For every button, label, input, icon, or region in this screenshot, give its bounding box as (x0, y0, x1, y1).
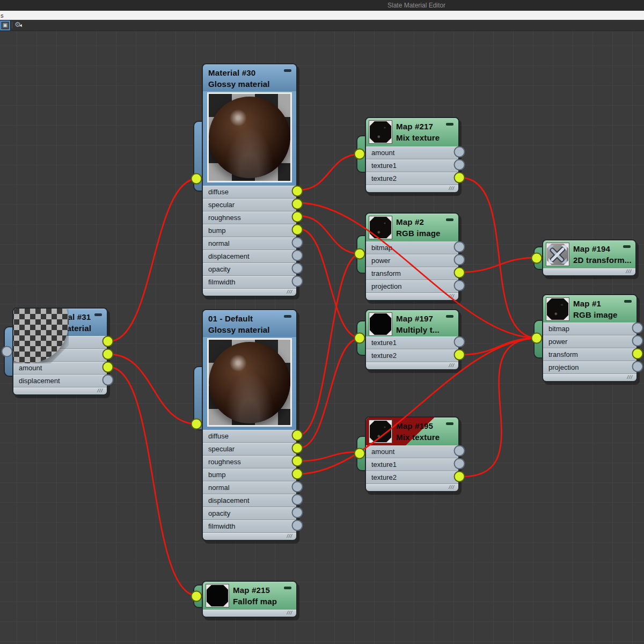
input-socket-map-1-power[interactable] (633, 336, 643, 346)
input-socket-material-31-material1[interactable] (103, 336, 113, 347)
input-socket-material-01-default-roughness[interactable] (292, 456, 303, 466)
input-socket-map-1-bitmap[interactable] (633, 323, 643, 333)
input-socket-material-01-default-specular[interactable] (292, 443, 303, 453)
node-material-01-default[interactable]: 01 - DefaultGlossy materialdiffusespecul… (202, 309, 297, 541)
menu-item-fragment[interactable]: s (1, 12, 4, 19)
input-socket-map-2-projection[interactable] (455, 281, 465, 291)
minimize-icon[interactable] (623, 245, 631, 248)
input-socket-map-1-projection[interactable] (633, 362, 643, 372)
input-socket-map-195-amount[interactable] (455, 446, 465, 456)
node-header[interactable]: Map #217Mix texture (366, 118, 458, 147)
input-socket-material-01-default-opacity[interactable] (292, 508, 303, 518)
input-socket-map-195-texture1[interactable] (455, 459, 465, 469)
node-subtitle: RGB image (396, 228, 458, 239)
output-socket-map-215[interactable] (192, 591, 202, 602)
slot-row-bitmap: bitmap (366, 241, 458, 254)
input-socket-material-31-displacement[interactable] (103, 375, 113, 385)
node-header[interactable]: Material #30Glossy material (203, 64, 296, 91)
input-socket-map-195-texture2[interactable] (455, 472, 465, 482)
input-socket-material-01-default-bump[interactable] (292, 469, 303, 479)
resize-grip[interactable]: /// (366, 484, 458, 491)
node-map-195[interactable]: Map #195Mix textureamounttexture1texture… (365, 416, 459, 492)
node-header[interactable]: Map #1RGB image (543, 295, 636, 323)
resize-grip[interactable]: /// (203, 289, 296, 296)
input-socket-material-30-diffuse[interactable] (292, 186, 303, 196)
input-socket-material-30-roughness[interactable] (292, 212, 303, 222)
node-canvas[interactable]: Material #31Mix materialmaterial1materia… (0, 31, 644, 644)
resize-grip[interactable]: /// (366, 362, 458, 369)
node-header[interactable]: Map #1942D transform... (543, 240, 635, 268)
node-map-1[interactable]: Map #1RGB imagebitmappowertransformproje… (542, 294, 638, 382)
slot-label: diffuse (208, 188, 229, 196)
minimize-icon[interactable] (446, 315, 453, 318)
output-socket-map-194[interactable] (532, 253, 542, 264)
output-socket-map-197[interactable] (355, 333, 365, 343)
node-header[interactable]: Map #215Falloff map (203, 582, 296, 610)
input-socket-material-30-opacity[interactable] (292, 264, 303, 274)
resize-grip[interactable]: /// (203, 533, 296, 540)
input-socket-material-01-default-normal[interactable] (292, 482, 303, 492)
input-socket-material-01-default-filmwidth[interactable] (292, 521, 303, 531)
slot-row-displacement: displacement (203, 250, 296, 263)
node-material-30[interactable]: Material #30Glossy materialdiffusespecul… (202, 63, 297, 297)
output-socket-map-1[interactable] (532, 333, 542, 343)
minimize-icon[interactable] (284, 69, 291, 72)
input-socket-material-01-default-diffuse[interactable] (292, 430, 303, 441)
output-socket-map-2[interactable] (355, 249, 365, 259)
resize-grip[interactable]: /// (543, 374, 636, 381)
node-map-194[interactable]: Map #1942D transform.../// (542, 239, 636, 276)
input-socket-map-217-texture1[interactable] (455, 160, 465, 170)
node-map-215[interactable]: Map #215Falloff map/// (202, 581, 297, 618)
output-socket-material-01-default[interactable] (192, 419, 202, 429)
minimize-icon[interactable] (446, 218, 453, 221)
node-header[interactable]: 01 - DefaultGlossy material (203, 310, 296, 337)
node-header[interactable]: Map #197Multiply t... (366, 310, 458, 336)
input-socket-material-30-displacement[interactable] (292, 251, 303, 261)
input-socket-material-30-normal[interactable] (292, 238, 303, 248)
node-header[interactable]: Map #2RGB image (366, 214, 458, 241)
window-titlebar: Slate Material Editor (0, 0, 644, 11)
resize-grip[interactable]: /// (366, 293, 458, 300)
node-header[interactable]: Material #31Mix material (13, 309, 107, 336)
node-map-217[interactable]: Map #217Mix textureamounttexture1texture… (365, 117, 459, 193)
resize-grip[interactable]: /// (366, 185, 458, 192)
slot-label: specular (208, 201, 235, 209)
minimize-icon[interactable] (446, 123, 453, 126)
minimize-icon[interactable] (446, 422, 453, 425)
input-socket-material-30-bump[interactable] (292, 225, 303, 235)
minimize-icon[interactable] (94, 313, 102, 316)
input-socket-map-197-texture2[interactable] (455, 350, 465, 360)
input-socket-map-2-transform[interactable] (455, 268, 465, 278)
node-header[interactable]: Map #195Mix texture (366, 418, 458, 445)
node-map-197[interactable]: Map #197Multiply t...texture1texture2/// (365, 309, 459, 370)
input-socket-map-2-bitmap[interactable] (455, 242, 465, 252)
node-subtitle: Glossy material (208, 78, 296, 90)
output-socket-material-30[interactable] (192, 174, 202, 184)
minimize-icon[interactable] (284, 315, 291, 318)
output-socket-map-217[interactable] (355, 149, 365, 159)
input-socket-map-217-texture2[interactable] (455, 173, 465, 183)
material-preview (203, 91, 296, 186)
menu-bar[interactable]: s (0, 11, 644, 20)
output-socket-map-195[interactable] (355, 449, 365, 459)
resize-grip[interactable]: /// (203, 610, 296, 617)
select-tool-button[interactable]: ▣ (1, 21, 10, 30)
input-socket-material-30-specular[interactable] (292, 199, 303, 209)
input-socket-map-197-texture1[interactable] (455, 337, 465, 347)
input-socket-map-2-power[interactable] (455, 255, 465, 265)
minimize-icon[interactable] (624, 300, 632, 303)
resize-grip[interactable]: /// (13, 387, 107, 394)
slot-row-texture1: texture1 (366, 458, 458, 471)
node-map-2[interactable]: Map #2RGB imagebitmappowertransformproje… (365, 213, 459, 301)
input-socket-material-31-material2[interactable] (103, 349, 113, 360)
input-socket-material-01-default-displacement[interactable] (292, 495, 303, 505)
input-socket-map-1-transform[interactable] (633, 349, 643, 359)
resize-grip[interactable]: /// (543, 268, 635, 275)
node-material-31[interactable]: Material #31Mix materialmaterial1materia… (12, 308, 108, 396)
resize-grip-marks: /// (449, 363, 455, 368)
input-socket-material-30-filmwidth[interactable] (292, 276, 303, 287)
output-socket-material-31[interactable] (2, 347, 12, 357)
input-socket-material-31-amount[interactable] (103, 362, 113, 372)
minimize-icon[interactable] (284, 587, 291, 589)
input-socket-map-217-amount[interactable] (455, 147, 465, 157)
